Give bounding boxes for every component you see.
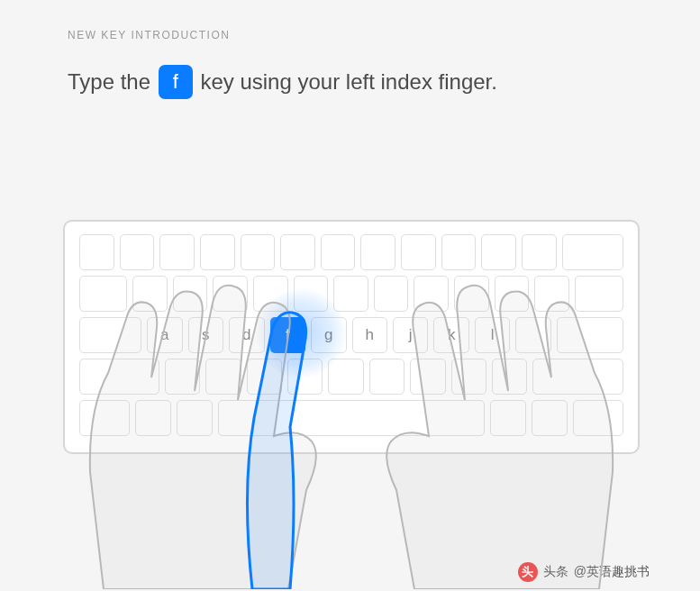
key-blank[interactable]: [369, 359, 405, 395]
key-ctrl-left[interactable]: [79, 400, 130, 436]
key-g[interactable]: g: [311, 317, 346, 353]
key-blank[interactable]: [481, 234, 516, 270]
instruction-after: key using your left index finger.: [195, 69, 497, 94]
key-blank[interactable]: [200, 234, 235, 270]
section-eyebrow: NEW KEY INTRODUCTION: [68, 29, 632, 41]
key-blank[interactable]: [247, 359, 282, 395]
key-blank[interactable]: [333, 276, 368, 312]
key-blank[interactable]: [454, 276, 489, 312]
key-blank[interactable]: [414, 276, 449, 312]
key-j[interactable]: j: [393, 317, 428, 353]
key-enter[interactable]: [557, 317, 623, 353]
keyboard[interactable]: a s d f g h j k l: [63, 220, 640, 454]
watermark-prefix: 头条: [543, 564, 568, 580]
key-backspace[interactable]: [562, 234, 624, 270]
key-blank[interactable]: [515, 317, 550, 353]
key-blank[interactable]: [328, 359, 363, 395]
key-mod[interactable]: [135, 400, 171, 436]
key-l[interactable]: l: [475, 317, 510, 353]
key-blank[interactable]: [280, 234, 315, 270]
key-blank[interactable]: [173, 276, 208, 312]
key-blank[interactable]: [401, 234, 436, 270]
watermark-account: @英语趣挑书: [574, 564, 650, 580]
watermark-icon: 头: [518, 562, 538, 582]
key-blank[interactable]: [451, 359, 486, 395]
key-tab[interactable]: [79, 276, 127, 312]
key-d[interactable]: d: [229, 317, 264, 353]
key-s[interactable]: s: [188, 317, 223, 353]
instruction-key-badge: f: [159, 65, 193, 99]
key-blank[interactable]: [321, 234, 356, 270]
key-blank[interactable]: [495, 276, 530, 312]
watermark: 头 头条 @英语趣挑书: [518, 562, 650, 582]
keyboard-row-2: [79, 276, 623, 312]
key-mod[interactable]: [532, 400, 568, 436]
key-blank[interactable]: [294, 276, 329, 312]
key-f[interactable]: f: [270, 317, 305, 353]
key-blank[interactable]: [492, 359, 527, 395]
key-backslash[interactable]: [575, 276, 623, 312]
key-blank[interactable]: [534, 276, 569, 312]
key-shift-left[interactable]: [79, 359, 159, 395]
key-capslock[interactable]: [79, 317, 141, 353]
instruction-text: Type the f key using your left index fin…: [68, 67, 632, 101]
key-shift-right[interactable]: [532, 359, 623, 395]
key-blank[interactable]: [441, 234, 477, 270]
key-blank[interactable]: [79, 234, 114, 270]
keyboard-row-3: a s d f g h j k l: [79, 317, 623, 353]
key-a[interactable]: a: [147, 317, 182, 353]
key-alt-left[interactable]: [177, 400, 213, 436]
key-space[interactable]: [218, 400, 485, 436]
key-blank[interactable]: [120, 234, 155, 270]
keyboard-row-4: [79, 359, 623, 395]
key-blank[interactable]: [374, 276, 409, 312]
key-blank[interactable]: [522, 234, 557, 270]
key-blank[interactable]: [132, 276, 168, 312]
key-blank[interactable]: [241, 234, 276, 270]
key-blank[interactable]: [360, 234, 395, 270]
key-ctrl-right[interactable]: [573, 400, 623, 436]
key-blank[interactable]: [410, 359, 445, 395]
key-blank[interactable]: [159, 234, 195, 270]
key-blank[interactable]: [287, 359, 323, 395]
key-alt-right[interactable]: [490, 400, 526, 436]
instruction-before: Type the: [68, 69, 157, 94]
key-blank[interactable]: [253, 276, 288, 312]
key-blank[interactable]: [205, 359, 241, 395]
keyboard-row-1: [79, 234, 623, 270]
key-k[interactable]: k: [433, 317, 468, 353]
key-blank[interactable]: [165, 359, 200, 395]
keyboard-row-5: [79, 400, 623, 436]
key-h[interactable]: h: [352, 317, 387, 353]
key-blank[interactable]: [213, 276, 248, 312]
